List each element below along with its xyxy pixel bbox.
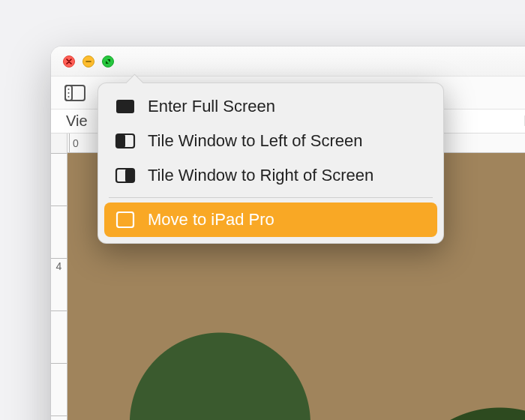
menu-separator	[109, 197, 433, 198]
menu-item-move-to-ipad[interactable]: Move to iPad Pro	[104, 202, 437, 237]
ruler-tick	[51, 310, 67, 313]
svg-rect-32	[116, 100, 134, 113]
menu-item-label: Enter Full Screen	[148, 97, 275, 116]
view-label: Vie	[66, 112, 88, 130]
ruler-corner	[51, 134, 68, 153]
tile-left-icon	[115, 133, 136, 149]
ruler-tick	[51, 363, 67, 365]
svg-rect-36	[125, 169, 134, 182]
menu-item-tile-right[interactable]: Tile Window to Right of Screen	[104, 158, 437, 193]
minimize-button[interactable]	[82, 56, 94, 68]
fullscreen-button[interactable]	[102, 56, 114, 68]
window-menu: Enter Full Screen Tile Window to Left of…	[98, 82, 444, 244]
ruler-tick: 4	[51, 258, 67, 272]
titlebar	[51, 46, 525, 76]
menu-item-label: Tile Window to Left of Screen	[148, 131, 363, 151]
svg-point-3	[68, 92, 70, 94]
menu-item-label: Tile Window to Right of Screen	[148, 166, 374, 185]
svg-rect-34	[116, 134, 125, 148]
ipad-icon	[115, 212, 136, 228]
ruler-tick: 0	[69, 134, 79, 152]
menu-item-label: Move to iPad Pro	[148, 210, 274, 230]
fullscreen-icon	[115, 98, 136, 115]
ruler-tick	[51, 153, 67, 155]
ruler-tick	[51, 206, 67, 208]
svg-rect-37	[117, 212, 134, 227]
menu-item-fullscreen[interactable]: Enter Full Screen	[104, 89, 437, 124]
plant-image	[51, 393, 285, 420]
menu-item-tile-left[interactable]: Tile Window to Left of Screen	[104, 124, 437, 158]
vertical-ruler: 4	[51, 153, 68, 420]
svg-point-2	[68, 88, 70, 90]
close-button[interactable]	[63, 56, 75, 68]
svg-point-4	[68, 96, 70, 98]
sidebar-toggle-icon[interactable]	[64, 85, 86, 101]
tile-right-icon	[115, 167, 136, 184]
